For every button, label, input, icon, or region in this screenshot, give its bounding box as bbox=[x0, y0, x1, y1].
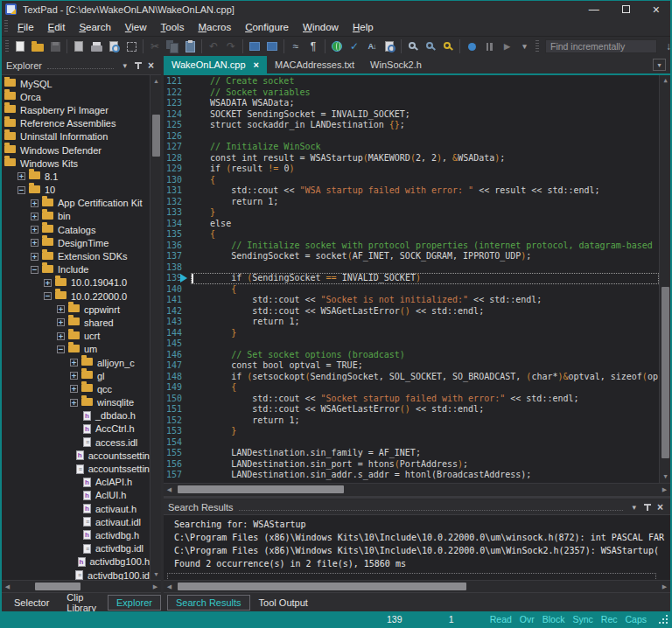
editor-horizontal-scrollbar[interactable]: ◀ ▶ bbox=[164, 483, 670, 495]
tree-item[interactable]: +10.0.19041.0 bbox=[2, 276, 150, 290]
search-results-horizontal-scrollbar[interactable]: ◀ ▶ bbox=[164, 580, 670, 592]
tree-item[interactable]: hactivdbg100.h bbox=[2, 555, 150, 569]
search-down-icon[interactable]: ↓ bbox=[661, 40, 672, 52]
expander-icon[interactable]: + bbox=[70, 359, 78, 366]
compare-button[interactable] bbox=[381, 38, 398, 54]
scroll-left-icon[interactable]: ◀ bbox=[164, 581, 175, 592]
expander-icon[interactable]: − bbox=[57, 345, 65, 353]
spell-check-button[interactable]: ✓ bbox=[346, 38, 363, 54]
tree-item[interactable]: +alljoyn_c bbox=[2, 356, 150, 369]
menu-file[interactable]: File bbox=[10, 19, 41, 35]
expander-icon[interactable]: + bbox=[70, 372, 78, 380]
scroll-right-icon[interactable]: ▶ bbox=[150, 581, 161, 592]
find-next-button[interactable] bbox=[422, 38, 439, 54]
expander-icon[interactable]: + bbox=[18, 172, 25, 180]
tree-item[interactable]: Reference Assemblies bbox=[2, 117, 150, 130]
tree-item[interactable]: +Extension SDKs bbox=[2, 249, 150, 262]
tree-item[interactable]: −Include bbox=[2, 263, 150, 276]
tree-item[interactable]: +qcc bbox=[2, 382, 150, 395]
explorer-close-icon[interactable]: × bbox=[145, 59, 157, 72]
print-preview-button[interactable] bbox=[105, 38, 122, 54]
tree-item[interactable]: ≡access.idl bbox=[2, 436, 150, 449]
close-button[interactable]: × bbox=[653, 4, 660, 15]
editor-vertical-scrollbar[interactable]: ▲ ▼ bbox=[659, 75, 670, 483]
expander-icon[interactable]: + bbox=[57, 305, 65, 313]
findbar-grip[interactable] bbox=[536, 40, 539, 53]
indent-button[interactable] bbox=[263, 38, 281, 54]
tab-close-icon[interactable]: × bbox=[254, 59, 259, 70]
expander-icon[interactable]: + bbox=[31, 213, 38, 220]
expander-icon[interactable]: + bbox=[31, 239, 38, 247]
tree-item[interactable]: +8.1 bbox=[2, 170, 150, 183]
tree-item[interactable]: +bin bbox=[2, 210, 150, 223]
explorer-horizontal-scrollbar[interactable]: ◀ ▶ bbox=[2, 580, 161, 592]
status-flag-block[interactable]: Block bbox=[542, 614, 565, 625]
search-result-line[interactable]: Searching for: WSAStartup bbox=[164, 518, 670, 531]
tree-item[interactable]: +DesignTime bbox=[2, 236, 150, 249]
toolbar-grip[interactable] bbox=[5, 40, 9, 53]
formatting-marks-button[interactable]: ¶ bbox=[304, 38, 322, 54]
menu-tools[interactable]: Tools bbox=[154, 19, 192, 35]
editor-tab[interactable]: WinSock2.h bbox=[362, 56, 430, 73]
scroll-right-icon[interactable]: ▶ bbox=[659, 581, 670, 592]
play-macro-button[interactable]: ▶ bbox=[498, 38, 515, 54]
resize-grip-icon[interactable] bbox=[659, 615, 668, 624]
tree-item[interactable]: hAclUI.h bbox=[2, 489, 150, 502]
menu-view[interactable]: View bbox=[118, 19, 154, 35]
expander-icon[interactable]: + bbox=[57, 332, 65, 340]
tree-item[interactable]: ≡accountssettin bbox=[2, 462, 150, 475]
explorer-pin-icon[interactable] bbox=[134, 61, 142, 69]
cut-button[interactable]: ✂ bbox=[146, 38, 164, 54]
tree-item[interactable]: Windows Kits bbox=[2, 157, 150, 170]
search-result-line[interactable]: C:\Program Files (x86)\Windows Kits\10\I… bbox=[164, 531, 670, 544]
tree-item[interactable]: hactivaut.h bbox=[2, 502, 150, 515]
expander-icon[interactable]: − bbox=[18, 186, 25, 194]
menu-macros[interactable]: Macros bbox=[191, 19, 238, 35]
output-tab-tool-output[interactable]: Tool Output bbox=[250, 595, 317, 611]
find-button[interactable] bbox=[404, 38, 422, 54]
scrollbar-thumb[interactable] bbox=[662, 287, 669, 458]
sort-button[interactable]: A↓ bbox=[363, 38, 381, 54]
scroll-left-icon[interactable]: ◀ bbox=[2, 581, 13, 592]
pause-macro-button[interactable] bbox=[480, 38, 498, 54]
find-in-files-button[interactable] bbox=[439, 38, 457, 54]
tree-item[interactable]: hAclAPI.h bbox=[2, 476, 150, 489]
tree-item[interactable]: MySQL bbox=[2, 77, 150, 90]
explorer-vertical-scrollbar[interactable]: ▲ ▼ bbox=[150, 75, 161, 580]
search-result-line[interactable]: Found 2 occurrence(s) in 2 file(s), 1586… bbox=[164, 557, 670, 570]
tree-item[interactable]: ≡activdbg.idl bbox=[2, 542, 150, 555]
explorer-dropdown-icon[interactable]: ▾ bbox=[119, 61, 130, 70]
macro-list-button[interactable]: ▾ bbox=[515, 38, 533, 54]
editor-tab[interactable]: MACAddresses.txt bbox=[267, 56, 362, 73]
expander-icon[interactable]: + bbox=[70, 399, 78, 407]
panel-tab-selector[interactable]: Selector bbox=[5, 595, 58, 611]
tree-item[interactable]: +ucrt bbox=[2, 330, 150, 343]
status-flag-ovr[interactable]: Ovr bbox=[520, 614, 535, 625]
incremental-search-input[interactable] bbox=[545, 39, 657, 53]
scroll-up-icon[interactable]: ▲ bbox=[660, 75, 670, 87]
scroll-down-icon[interactable]: ▼ bbox=[150, 569, 161, 580]
tree-item[interactable]: −10.0.22000.0 bbox=[2, 290, 150, 303]
maximize-button[interactable] bbox=[622, 5, 630, 13]
new-file-button[interactable] bbox=[11, 38, 29, 54]
search-result-line[interactable]: C:\Program Files (x86)\Windows Kits\10\I… bbox=[164, 544, 670, 557]
menu-search[interactable]: Search bbox=[72, 19, 117, 35]
word-wrap-button[interactable]: ≈ bbox=[287, 38, 304, 54]
scrollbar-thumb[interactable] bbox=[178, 583, 466, 590]
status-flag-rec[interactable]: Rec bbox=[601, 614, 618, 625]
redo-button[interactable]: ↷ bbox=[222, 38, 240, 54]
status-flag-sync[interactable]: Sync bbox=[572, 614, 592, 625]
tree-item[interactable]: +gl bbox=[2, 369, 150, 382]
search-results-dropdown-icon[interactable]: ▾ bbox=[628, 503, 640, 512]
expander-icon[interactable]: + bbox=[31, 226, 38, 234]
scrollbar-thumb[interactable] bbox=[178, 485, 344, 493]
tree-item[interactable]: +App Certification Kit bbox=[2, 197, 150, 210]
expander-icon[interactable]: − bbox=[44, 292, 52, 300]
code-editor[interactable]: 121 // Create socket122 // Socket variab… bbox=[164, 75, 670, 483]
tree-item[interactable]: Raspberry Pi Imager bbox=[2, 103, 150, 116]
tree-item[interactable]: ≡activdbg100.id bbox=[2, 569, 150, 580]
scroll-down-icon[interactable]: ▼ bbox=[660, 471, 670, 483]
search-results-pin-icon[interactable] bbox=[643, 503, 651, 511]
minimize-button[interactable]: — bbox=[589, 4, 599, 15]
expander-icon[interactable]: + bbox=[31, 253, 38, 261]
